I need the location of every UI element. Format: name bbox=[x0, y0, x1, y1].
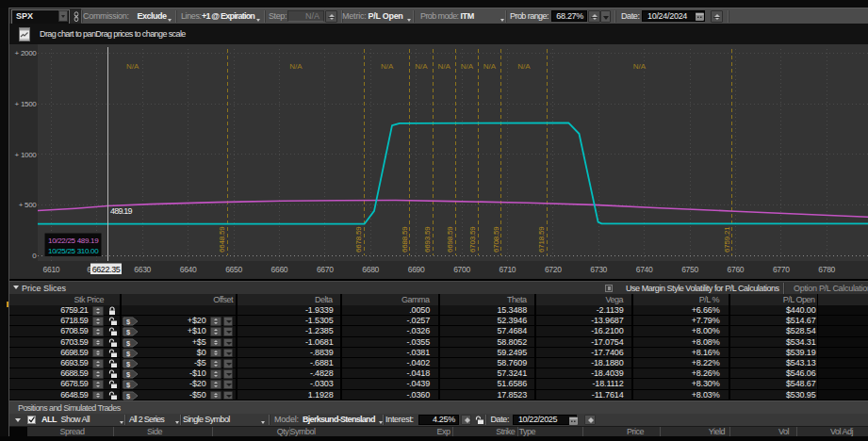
svg-text:6680: 6680 bbox=[362, 265, 379, 274]
svg-text:6770: 6770 bbox=[773, 265, 790, 274]
svg-text:6700: 6700 bbox=[453, 265, 470, 274]
svg-text:N/A: N/A bbox=[483, 62, 497, 71]
svg-text:6630: 6630 bbox=[134, 265, 151, 274]
svg-text:N/A: N/A bbox=[633, 62, 647, 71]
svg-text:6740: 6740 bbox=[636, 265, 653, 274]
svg-text:6670: 6670 bbox=[317, 265, 334, 274]
svg-text:+ 2000: + 2000 bbox=[15, 49, 38, 57]
svg-text:10/22/25 489.19: 10/22/25 489.19 bbox=[48, 237, 99, 245]
svg-text:N/A: N/A bbox=[517, 62, 531, 71]
svg-text:6650: 6650 bbox=[225, 265, 242, 274]
svg-text:6780: 6780 bbox=[818, 265, 835, 274]
svg-text:N/A: N/A bbox=[461, 62, 474, 71]
svg-text:6718.59: 6718.59 bbox=[537, 226, 546, 253]
svg-text:6759.21: 6759.21 bbox=[723, 226, 731, 253]
svg-text:6750: 6750 bbox=[681, 265, 698, 274]
svg-text:6648.59: 6648.59 bbox=[218, 226, 226, 253]
svg-text:6693.59: 6693.59 bbox=[423, 226, 432, 253]
svg-text:N/A: N/A bbox=[381, 62, 394, 71]
svg-text:6720: 6720 bbox=[545, 265, 562, 274]
svg-text:6710: 6710 bbox=[500, 265, 516, 274]
svg-text:6730: 6730 bbox=[590, 265, 607, 274]
svg-text:10/25/25 310.00: 10/25/25 310.00 bbox=[48, 247, 99, 255]
svg-text:6708.59: 6708.59 bbox=[492, 226, 500, 253]
svg-text:N/A: N/A bbox=[126, 62, 139, 71]
svg-text:+ 500: + 500 bbox=[19, 201, 38, 209]
svg-text:6688.59: 6688.59 bbox=[401, 226, 409, 253]
svg-text:N/A: N/A bbox=[415, 62, 428, 71]
svg-text:6760: 6760 bbox=[728, 265, 745, 274]
svg-text:6678.59: 6678.59 bbox=[354, 226, 363, 253]
svg-text:489.19: 489.19 bbox=[110, 206, 133, 216]
svg-text:6660: 6660 bbox=[271, 265, 288, 274]
svg-text:+ 1000: + 1000 bbox=[15, 151, 38, 159]
svg-text:N/A: N/A bbox=[289, 62, 303, 71]
svg-text:+ 1500: + 1500 bbox=[15, 100, 38, 108]
svg-text:6698.59: 6698.59 bbox=[446, 226, 454, 253]
svg-text:6610: 6610 bbox=[43, 265, 60, 274]
svg-text:N/A: N/A bbox=[437, 62, 450, 71]
svg-text:6622.35: 6622.35 bbox=[92, 265, 121, 274]
svg-text:6703.59: 6703.59 bbox=[468, 226, 477, 253]
svg-text:6690: 6690 bbox=[408, 265, 425, 274]
svg-text:6640: 6640 bbox=[180, 265, 197, 274]
